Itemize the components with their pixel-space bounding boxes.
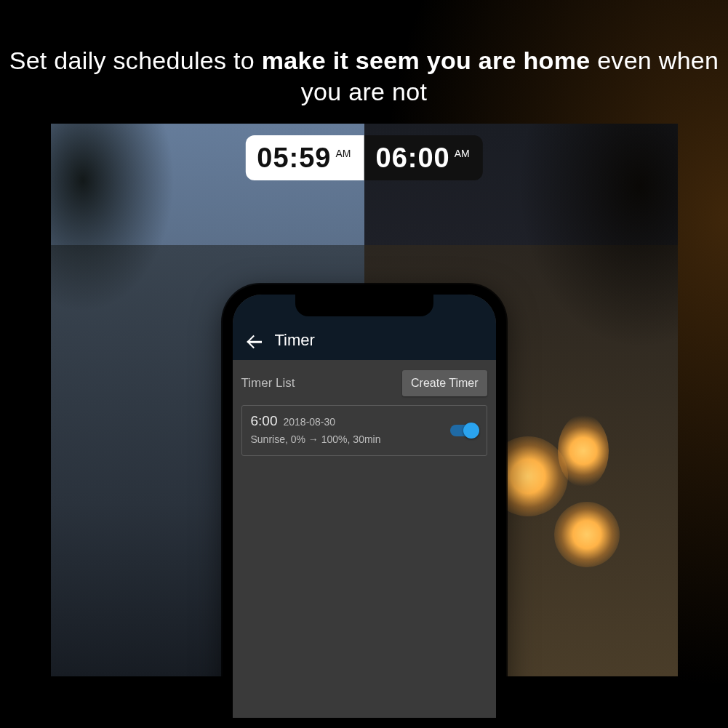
time-after-value: 06:00 [376, 135, 450, 180]
phone-notch [295, 295, 433, 316]
time-comparison-pill: 05:59 AM 06:00 AM [245, 135, 482, 180]
toggle-knob [463, 423, 479, 439]
time-before: 05:59 AM [245, 135, 364, 180]
timer-date: 2018-08-30 [283, 416, 335, 428]
page-title: Timer [275, 331, 315, 350]
back-arrow-icon[interactable] [246, 334, 262, 350]
headline: Set daily schedules to make it seem you … [0, 45, 728, 107]
headline-bold: make it seem you are home [262, 47, 591, 74]
create-timer-button[interactable]: Create Timer [402, 370, 487, 396]
timer-time: 6:00 [251, 413, 278, 429]
screen-content: Timer List Create Timer 6:00 2018-08-30 … [233, 360, 496, 718]
phone-screen: Timer Timer List Create Timer 6:00 2018-… [233, 295, 496, 718]
timer-detail: Sunrise, 0% → 100%, 30min [251, 433, 478, 445]
time-after-meridiem: AM [455, 148, 470, 159]
headline-part1: Set daily schedules to [9, 47, 262, 74]
time-before-value: 05:59 [257, 135, 331, 180]
time-before-meridiem: AM [336, 148, 351, 159]
timer-list-label: Timer List [241, 376, 295, 391]
timer-toggle[interactable] [450, 425, 478, 436]
timer-card[interactable]: 6:00 2018-08-30 Sunrise, 0% → 100%, 30mi… [241, 405, 487, 456]
time-after: 06:00 AM [364, 135, 483, 180]
phone-mockup: Timer Timer List Create Timer 6:00 2018-… [223, 284, 506, 728]
